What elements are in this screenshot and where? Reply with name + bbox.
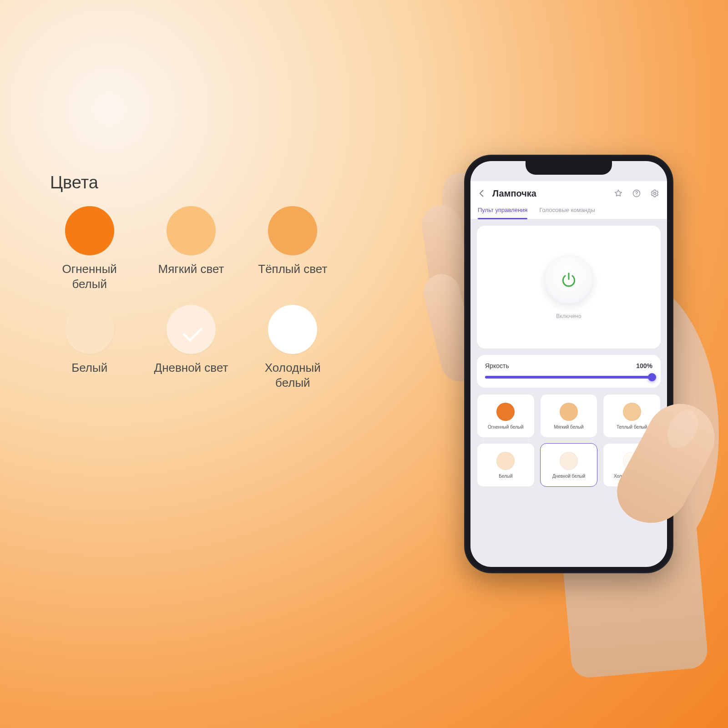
preset-daylight-white[interactable]: Дневной белый [540, 443, 598, 487]
palette-title: Цвета [50, 173, 332, 192]
swatch-fire-white: Огненный белый [50, 206, 129, 291]
brightness-card: Яркость 100% [477, 355, 661, 388]
preset-label: Мягкий белый [552, 425, 585, 430]
preset-dot [623, 403, 641, 421]
preset-label: Теплый белый [615, 425, 649, 430]
swatch-circle [268, 206, 317, 255]
swatch-circle [65, 305, 114, 354]
swatch-label: Холодный белый [253, 360, 332, 390]
gear-icon [650, 189, 659, 198]
help-icon [632, 189, 641, 198]
tab-voice[interactable]: Голосовые команды [539, 203, 595, 219]
app-header: Лампочка [470, 181, 667, 203]
swatch-grid: Огненный белый Мягкий свет Тёплый свет Б… [50, 206, 332, 390]
preset-fire-white[interactable]: Огненный белый [477, 394, 535, 438]
slider-fill [485, 376, 652, 379]
hand-holding-phone: Лампочка Пульт управления [391, 136, 719, 637]
arrow-left-icon [477, 189, 486, 198]
power-status: Включено [556, 313, 581, 319]
power-button[interactable] [544, 255, 594, 305]
preset-label: Огненный белый [486, 425, 526, 430]
swatch-soft-light: Мягкий свет [152, 206, 230, 291]
preset-label: Белый [497, 474, 514, 479]
power-icon [560, 271, 577, 288]
swatch-label: Белый [71, 360, 107, 375]
app-title: Лампочка [492, 188, 609, 199]
preset-dot [496, 403, 515, 421]
preset-soft-white[interactable]: Мягкий белый [540, 394, 598, 438]
slider-thumb[interactable] [648, 373, 656, 381]
back-button[interactable] [476, 187, 488, 199]
preset-dot [496, 452, 515, 470]
swatch-label: Дневной свет [154, 360, 228, 375]
swatch-warm-light: Тёплый свет [253, 206, 332, 291]
preset-white[interactable]: Белый [477, 443, 535, 487]
star-icon [614, 189, 623, 198]
brightness-label: Яркость [485, 362, 509, 369]
preset-label: Дневной белый [551, 474, 587, 479]
swatch-circle [268, 305, 317, 354]
preset-dot [560, 452, 578, 470]
swatch-white: Белый [50, 305, 129, 390]
settings-button[interactable] [650, 188, 660, 198]
tab-remote[interactable]: Пульт управления [478, 203, 527, 219]
swatch-circle [65, 206, 114, 255]
favorite-button[interactable] [613, 188, 623, 198]
swatch-label: Мягкий свет [158, 262, 224, 277]
swatch-circle [167, 305, 216, 354]
color-palette: Цвета Огненный белый Мягкий свет Тёплый … [50, 173, 332, 390]
tab-bar: Пульт управления Голосовые команды [470, 203, 667, 219]
phone-notch [526, 161, 612, 175]
help-button[interactable] [632, 188, 642, 198]
preset-dot [560, 403, 578, 421]
swatch-label: Тёплый свет [258, 262, 327, 277]
swatch-cold-white: Холодный белый [253, 305, 332, 390]
power-card: Включено [477, 226, 661, 349]
swatch-daylight: Дневной свет [152, 305, 230, 390]
svg-point-1 [654, 192, 656, 195]
swatch-label: Огненный белый [50, 262, 129, 291]
brightness-slider[interactable] [485, 376, 652, 379]
brightness-value: 100% [636, 362, 652, 369]
swatch-circle [167, 206, 216, 255]
